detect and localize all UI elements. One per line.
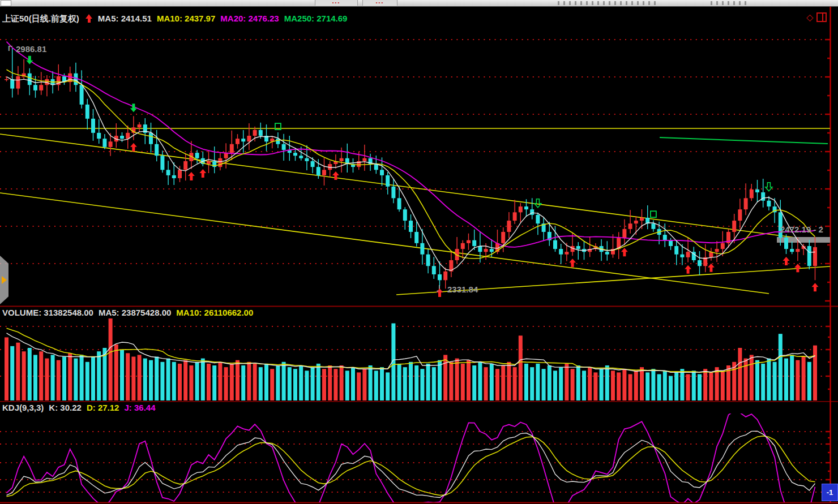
- kdj-j-value: J: 36.44: [124, 403, 155, 412]
- volume-panel: [5, 318, 817, 400]
- volume-value: VOLUME: 31382548.00: [2, 308, 93, 317]
- chart-title: 上证50(日线.前复权): [2, 14, 79, 23]
- kdj-k-value: K: 30.22: [49, 403, 82, 412]
- diamond-icon[interactable]: ◇: [806, 13, 813, 22]
- high-price-label: 2986.81: [16, 44, 46, 54]
- expand-arrow-icon: [2, 276, 7, 284]
- toolbar-corner-box: [1, 0, 11, 6]
- corner-icons: ◇: [806, 12, 827, 22]
- volume-ma10-value: MA10: 26110662.00: [176, 308, 253, 317]
- toolbar-text-smudge: [558, 1, 657, 5]
- kdj-panel: [7, 411, 815, 504]
- split-window-icon[interactable]: [816, 12, 827, 22]
- ma10-value: MA10: 2437.97: [157, 14, 215, 23]
- kdj-d-value: D: 27.12: [87, 403, 119, 412]
- ma20-value: MA20: 2476.23: [220, 14, 279, 23]
- ma250-value: MA250: 2714.69: [284, 14, 348, 23]
- band-price-label: 2472.19 - 2: [780, 225, 823, 234]
- low-price-label: 2331.84: [447, 285, 478, 294]
- high-mark-icon: Γ: [8, 44, 12, 53]
- ma5-value: MA5: 2414.51: [98, 14, 152, 23]
- low-mark-icon: ←: [435, 285, 443, 294]
- panel-expand-handle[interactable]: [0, 256, 8, 304]
- app-window: ••• ••• 上证50(日线.前复权)MA5: 2414.51MA10: 24…: [0, 0, 838, 504]
- volume-ma5-value: MA5: 23875428.00: [99, 308, 171, 317]
- up-arrow-icon: [85, 14, 93, 23]
- kdj-panel-header: KDJ(9,3,3)K: 30.22D: 27.12J: 36.44: [2, 403, 161, 412]
- toolbar-button-1[interactable]: •••: [315, 0, 358, 6]
- toolbar-text-smudge2: [711, 1, 750, 5]
- kdj-name: KDJ(9,3,3): [2, 403, 44, 412]
- price-panel-header: 上证50(日线.前复权)MA5: 2414.51MA10: 2437.97MA2…: [2, 14, 352, 24]
- toolbar-button-2[interactable]: •••: [362, 0, 397, 6]
- volume-panel-header: VOLUME: 31382548.00MA5: 23875428.00MA10:…: [2, 308, 258, 317]
- price-panel: [0, 42, 830, 297]
- bottom-right-badge[interactable]: -1: [822, 484, 838, 501]
- chart-canvas[interactable]: [0, 6, 838, 504]
